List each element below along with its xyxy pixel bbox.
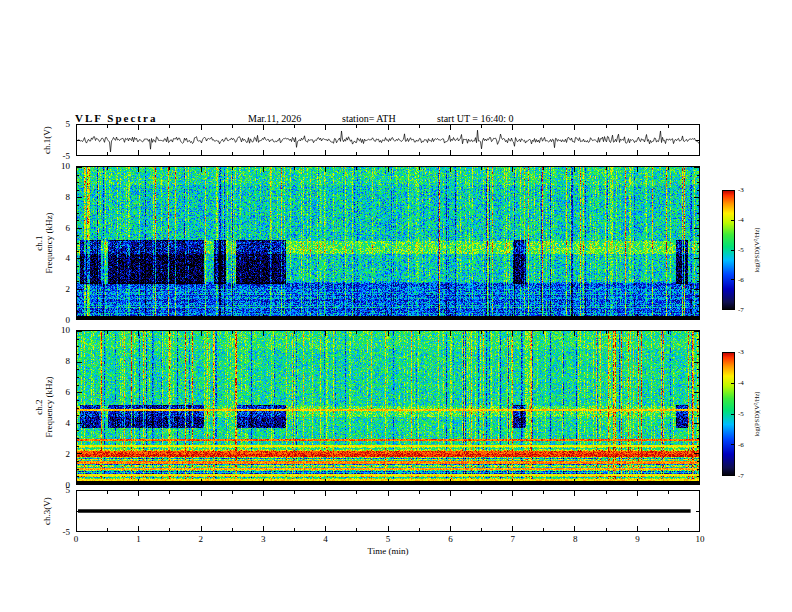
colorbar-ch1 <box>722 190 735 310</box>
colorbar-ch2 <box>722 352 735 476</box>
x-tick-label: 5 <box>378 534 398 544</box>
ch1-frequency-label: Frequency (kHz) <box>44 212 54 273</box>
x-tick-label: 2 <box>191 534 211 544</box>
spec2-freq-tick-label: 10 <box>52 325 70 335</box>
wave1-y-tick-label: 5 <box>52 119 70 129</box>
wave3-y-tick-label: 5 <box>52 485 70 495</box>
cbar2-tick-label: -5 <box>738 410 744 418</box>
time-axis-label: Time (min) <box>338 546 438 556</box>
ch3-waveform-plot <box>76 490 700 532</box>
figure-start-ut: start UT = 16:40: 0 <box>437 113 514 124</box>
ch1-waveform-ylabel: ch.1(V) <box>42 126 52 154</box>
x-tick-label: 8 <box>565 534 585 544</box>
cbar1-tick-label: -5 <box>738 246 744 254</box>
wave3-y-tick-label: -5 <box>52 527 70 537</box>
ch1-spectrogram-ylabel: ch.1 Frequency (kHz) <box>34 212 55 273</box>
ch1-waveform-plot <box>76 124 700 156</box>
x-tick-label: 9 <box>628 534 648 544</box>
spec2-freq-tick-label: 6 <box>52 387 70 397</box>
cbar1-tick-label: -4 <box>738 216 744 224</box>
spec1-freq-tick-label: 2 <box>52 284 70 294</box>
ch2-spectrogram-ylabel: ch.2 Frequency (kHz) <box>34 376 55 437</box>
cbar2-tick-label: -6 <box>738 441 744 449</box>
spec2-freq-tick-label: 8 <box>52 356 70 366</box>
x-tick-label: 7 <box>503 534 523 544</box>
x-tick-label: 6 <box>440 534 460 544</box>
spec1-freq-tick-label: 4 <box>52 253 70 263</box>
ch2-spectrogram-plot <box>76 330 700 485</box>
wave1-y-tick-label: -5 <box>52 151 70 161</box>
cbar1-tick-label: -6 <box>738 276 744 284</box>
x-tick-label: 3 <box>253 534 273 544</box>
ch2-channel-label: ch.2 <box>34 376 44 437</box>
x-tick-label: 1 <box>128 534 148 544</box>
ch2-frequency-label: Frequency (kHz) <box>44 376 54 437</box>
colorbar-ch2-label: log(PSD)(V²/Hz) <box>753 392 760 437</box>
figure-title: VLF Spectra <box>75 112 157 124</box>
spec1-freq-tick-label: 0 <box>52 315 70 325</box>
cbar1-tick-label: -3 <box>738 186 744 194</box>
x-tick-label: 4 <box>316 534 336 544</box>
cbar1-tick-label: -7 <box>738 306 744 314</box>
ch1-channel-label: ch.1 <box>34 212 44 273</box>
ch1-spectrogram-plot <box>76 166 700 320</box>
figure-station: station= ATH <box>342 113 396 124</box>
x-tick-label: 10 <box>690 534 710 544</box>
spec1-freq-tick-label: 8 <box>52 192 70 202</box>
colorbar-ch1-label: log(PSD)(V²/Hz) <box>753 228 760 273</box>
cbar2-tick-label: -3 <box>738 348 744 356</box>
ch3-waveform-ylabel: ch.3(V) <box>42 497 52 525</box>
cbar2-tick-label: -7 <box>738 472 744 480</box>
vlf-spectra-figure: VLF Spectra Mar.11, 2026 station= ATH st… <box>0 0 792 612</box>
cbar2-tick-label: -4 <box>738 379 744 387</box>
spec2-freq-tick-label: 4 <box>52 418 70 428</box>
spec1-freq-tick-label: 10 <box>52 161 70 171</box>
spec2-freq-tick-label: 2 <box>52 449 70 459</box>
figure-date: Mar.11, 2026 <box>248 113 301 124</box>
spec1-freq-tick-label: 6 <box>52 223 70 233</box>
